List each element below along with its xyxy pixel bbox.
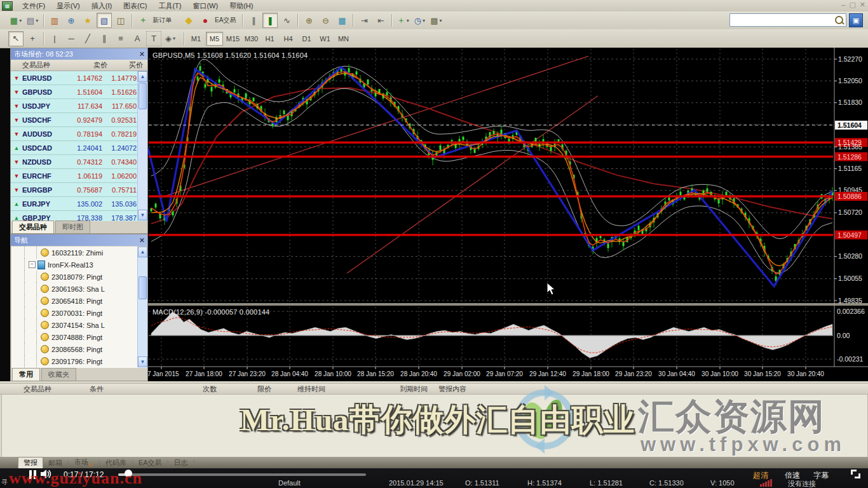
close-icon[interactable]: ✕ — [860, 1, 865, 9]
connection-bars-icon[interactable] — [760, 479, 774, 487]
navigator-scrollbar[interactable]: ▲ ▼ — [137, 247, 147, 367]
channel-tool-icon[interactable]: ∥ — [97, 31, 112, 46]
navigator-item[interactable]: 23091796: Pingt — [11, 355, 147, 367]
navigator-close-icon[interactable]: ✕ — [139, 236, 145, 245]
col-condition[interactable]: 条件 — [90, 384, 104, 394]
new-order-label[interactable]: 新订单 — [153, 16, 172, 25]
market-watch-close-icon[interactable]: ✕ — [139, 50, 145, 58]
market-watch-row[interactable]: ▼GBPUSD1.516041.51626 — [11, 85, 148, 99]
market-watch-row[interactable]: ▼EURUSD1.147621.14779 — [11, 71, 148, 85]
zoom-in-icon[interactable]: ⊕ — [301, 13, 316, 28]
market-watch-row[interactable]: ▼USDJPY117.634117.650 — [11, 99, 148, 113]
scroll-down-icon[interactable]: ▼ — [138, 210, 147, 220]
scroll-up-icon[interactable]: ▲ — [138, 247, 147, 257]
market-watch-icon[interactable]: ▥ — [47, 13, 62, 28]
tf-h1[interactable]: H1 — [261, 32, 278, 46]
navigator-item[interactable]: 23074154: Sha L — [11, 319, 147, 331]
tab-codebase[interactable]: 代码库 — [100, 458, 132, 468]
col-ask[interactable]: 买价 — [107, 60, 143, 70]
profiles-icon[interactable]: ▤ — [25, 13, 40, 28]
price-chart[interactable]: 1.522701.520501.518301.516041.514291.513… — [148, 48, 868, 381]
col-counter[interactable]: 次数 — [203, 384, 217, 394]
tab-common[interactable]: 常用 — [12, 368, 40, 381]
scroll-down-icon[interactable]: ▼ — [138, 356, 147, 367]
seek-knob[interactable] — [125, 470, 132, 477]
restore-icon[interactable]: ▢ — [849, 1, 855, 9]
col-bid[interactable]: 卖价 — [79, 60, 107, 70]
col-alert-content[interactable]: 警报内容 — [438, 384, 466, 394]
market-watch-row[interactable]: ▼USDCHF0.924790.92531 — [11, 113, 148, 127]
navigator-item[interactable]: 23018079: Pingt — [11, 271, 147, 283]
candle-chart-icon[interactable]: ❚ — [262, 13, 278, 28]
navigator-item[interactable]: 23086568: Pingt — [11, 343, 147, 355]
tf-m1[interactable]: M1 — [187, 32, 205, 46]
periods-icon[interactable]: ◷ — [412, 13, 427, 28]
col-symbol[interactable]: 交易品种 — [11, 60, 79, 70]
navigator-item[interactable]: 16032119: Zhimi — [11, 247, 147, 259]
bar-chart-icon[interactable]: ∥ — [246, 13, 261, 28]
templates-icon[interactable]: ▩ — [428, 13, 444, 28]
fullscreen-icon[interactable] — [851, 470, 860, 478]
tab-favorites[interactable]: 收藏夹 — [41, 368, 76, 381]
tf-w1[interactable]: W1 — [316, 32, 334, 46]
tf-mn[interactable]: MN — [335, 32, 352, 46]
arrows-tool-icon[interactable]: ◈ — [163, 31, 178, 46]
new-chart-icon[interactable]: ▦ — [8, 13, 24, 28]
col-limit[interactable]: 限价 — [257, 384, 271, 394]
menu-tools[interactable]: 工具(T) — [153, 0, 187, 12]
tf-d1[interactable]: D1 — [298, 32, 315, 46]
search-input[interactable] — [729, 13, 846, 27]
hline-tool-icon[interactable]: ─ — [64, 31, 79, 46]
navigator-item[interactable]: 23070031: Pingt — [11, 307, 147, 319]
navigator-icon[interactable]: ▧ — [97, 13, 112, 28]
tf-m15[interactable]: M15 — [224, 32, 241, 46]
navigator-item[interactable]: −IronFX-Real13 — [11, 259, 147, 271]
gold-diamond-icon[interactable]: ◆ — [181, 13, 196, 28]
favorites-star-icon[interactable]: ★ — [80, 13, 95, 28]
seek-track[interactable] — [118, 473, 366, 476]
panel-separator[interactable] — [148, 303, 868, 306]
auto-scroll-icon[interactable]: ⇥ — [356, 13, 372, 28]
indicators-icon[interactable]: ＋ — [395, 13, 410, 28]
tab-alerts[interactable]: 警报 — [18, 457, 43, 468]
market-watch-row[interactable]: ▲USDCAD1.240411.24072 — [11, 141, 148, 155]
chart-shift-icon[interactable]: ⇤ — [373, 13, 388, 28]
tab-ea[interactable]: EA交易 — [133, 458, 167, 468]
market-watch-row[interactable]: ▼EURGBP0.756870.75711 — [11, 183, 148, 197]
col-alert-symbol[interactable]: 交易品种 — [24, 384, 51, 394]
market-watch-scrollbar[interactable]: ▲ ▼ — [137, 71, 147, 220]
scrollbar-thumb[interactable] — [139, 276, 147, 299]
crosshair-target-icon[interactable]: ⊕ — [64, 13, 79, 28]
zoom-out-icon[interactable]: ⊖ — [318, 13, 333, 28]
market-watch-row[interactable]: ▼EURCHF1.061191.06200 — [11, 169, 148, 183]
text-tool-icon[interactable]: A — [130, 31, 145, 46]
profile-selector[interactable]: Default — [278, 479, 301, 487]
navigator-item[interactable]: 23065418: Pingt — [11, 295, 147, 307]
trendline-tool-icon[interactable]: ╱ — [80, 31, 95, 46]
ea-trade-label[interactable]: EA交易 — [215, 16, 236, 25]
menu-insert[interactable]: 插入(I) — [86, 0, 118, 12]
crosshair-tool-icon[interactable]: + — [25, 31, 40, 46]
market-watch-row[interactable]: ▲EURJPY135.002135.036 — [11, 197, 148, 211]
menu-window[interactable]: 窗口(W) — [187, 0, 224, 12]
tile-windows-icon[interactable]: ▦ — [334, 13, 349, 28]
navigator-item[interactable]: 23074888: Pingt — [11, 331, 147, 343]
label-tool-icon[interactable]: T — [146, 31, 161, 46]
menu-help[interactable]: 帮助(H) — [224, 0, 259, 12]
scroll-up-icon[interactable]: ▲ — [138, 71, 147, 82]
search-icon[interactable] — [835, 16, 843, 24]
tab-tick-chart[interactable]: 即时图 — [55, 220, 90, 233]
tab-mailbox[interactable]: 邮箱 — [43, 458, 67, 468]
scrollbar-thumb[interactable] — [139, 83, 147, 109]
tab-symbols[interactable]: 交易品种 — [12, 220, 54, 233]
navigator-item[interactable]: 23061963: Sha L — [11, 283, 147, 295]
cursor-tool-icon[interactable]: ↖ — [8, 31, 24, 46]
fibonacci-tool-icon[interactable]: ≡ — [113, 31, 128, 46]
market-watch-row[interactable]: ▼AUDUSD0.781940.78219 — [11, 127, 148, 141]
tab-journal[interactable]: 日志 — [168, 458, 193, 468]
col-expiry[interactable]: 到期时间 — [400, 384, 428, 394]
community-icon[interactable]: ▣ — [849, 13, 863, 27]
line-chart-icon[interactable]: ∿ — [279, 13, 294, 28]
terminal-icon[interactable]: ◫ — [113, 13, 128, 28]
tf-h4[interactable]: H4 — [280, 32, 297, 46]
